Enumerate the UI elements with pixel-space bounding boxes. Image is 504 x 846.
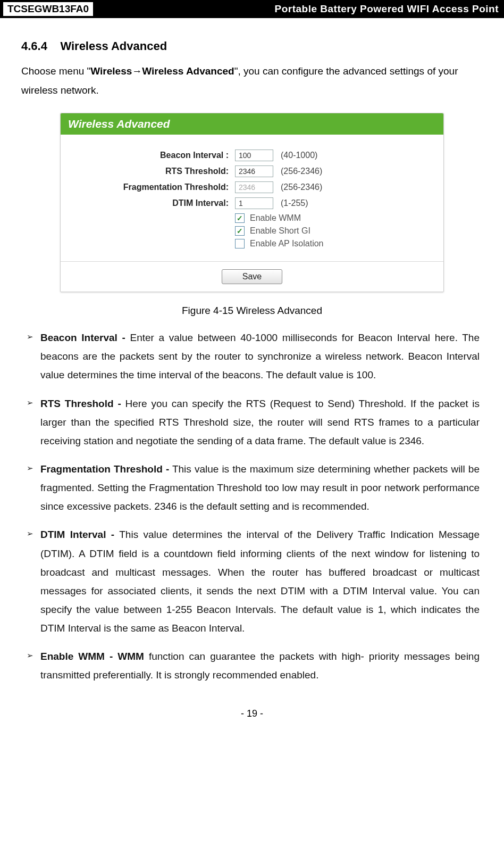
bullet-fragmentation-threshold: Fragmentation Threshold - This value is … xyxy=(24,460,480,516)
row-fragmentation-threshold: Fragmentation Threshold: (256-2346) xyxy=(69,181,435,193)
term-fragmentation-threshold: Fragmentation Threshold - xyxy=(40,463,169,475)
label-enable-ap-isolation: Enable AP Isolation xyxy=(250,239,323,248)
input-beacon-interval[interactable] xyxy=(235,150,273,161)
figure-caption: Figure 4-15 Wireless Advanced xyxy=(21,305,483,317)
section-number: 4.6.4 xyxy=(21,39,47,53)
checkbox-enable-short-gi[interactable] xyxy=(235,226,245,236)
checkbox-enable-wmm[interactable] xyxy=(235,213,245,223)
input-dtim-interval[interactable] xyxy=(235,197,273,209)
label-beacon-interval: Beacon Interval : xyxy=(69,151,235,160)
save-button[interactable]: Save xyxy=(222,269,282,284)
intro-paragraph: Choose menu "Wireless→Wireless Advanced"… xyxy=(21,62,483,100)
panel-header: Wireless Advanced xyxy=(61,113,443,135)
bullet-enable-wmm: Enable WMM - WMM function can guarantee … xyxy=(24,647,480,684)
text-dtim-interval: This value determines the interval of th… xyxy=(40,529,480,634)
bullet-rts-threshold: RTS Threshold - Here you can specify the… xyxy=(24,394,480,450)
section-heading: 4.6.4 Wireless Advanced xyxy=(21,39,483,53)
definition-list: Beacon Interval - Enter a value between … xyxy=(21,328,483,684)
hint-dtim-interval: (1-255) xyxy=(281,198,308,208)
label-fragmentation-threshold: Fragmentation Threshold: xyxy=(69,183,235,192)
row-enable-short-gi: Enable Short GI xyxy=(69,226,435,236)
intro-bold2: Wireless Advanced xyxy=(142,65,234,77)
intro-prefix: Choose menu " xyxy=(21,65,90,77)
term-dtim-interval: DTIM Interval - xyxy=(40,529,114,540)
input-rts-threshold[interactable] xyxy=(235,165,273,177)
document-header: TCSEGWB13FA0 Portable Battery Powered WI… xyxy=(0,0,504,18)
intro-bold1: Wireless xyxy=(90,65,132,77)
intro-arrow: → xyxy=(132,65,142,77)
input-fragmentation-threshold xyxy=(235,181,273,193)
label-rts-threshold: RTS Threshold: xyxy=(69,167,235,176)
panel-body: Beacon Interval : (40-1000) RTS Threshol… xyxy=(61,135,443,261)
row-beacon-interval: Beacon Interval : (40-1000) xyxy=(69,150,435,161)
label-enable-short-gi: Enable Short GI xyxy=(250,226,310,236)
document-title: Portable Battery Powered WIFI Access Poi… xyxy=(274,3,499,15)
checkbox-enable-ap-isolation[interactable] xyxy=(235,239,245,248)
page-number: - 19 - xyxy=(21,708,483,719)
hint-rts-threshold: (256-2346) xyxy=(281,167,322,176)
panel-footer: Save xyxy=(61,261,443,292)
hint-beacon-interval: (40-1000) xyxy=(281,151,317,160)
model-number: TCSEGWB13FA0 xyxy=(3,2,93,16)
wireless-advanced-panel: Wireless Advanced Beacon Interval : (40-… xyxy=(60,113,444,292)
page-content: 4.6.4 Wireless Advanced Choose menu "Wir… xyxy=(0,18,504,741)
term-rts-threshold: RTS Threshold - xyxy=(40,398,121,409)
bullet-dtim-interval: DTIM Interval - This value determines th… xyxy=(24,525,480,637)
row-enable-wmm: Enable WMM xyxy=(69,213,435,223)
label-dtim-interval: DTIM Interval: xyxy=(69,198,235,208)
row-enable-ap-isolation: Enable AP Isolation xyxy=(69,239,435,248)
row-dtim-interval: DTIM Interval: (1-255) xyxy=(69,197,435,209)
term-beacon-interval: Beacon Interval - xyxy=(40,332,125,343)
term-enable-wmm: Enable WMM - WMM xyxy=(40,651,144,662)
label-enable-wmm: Enable WMM xyxy=(250,213,301,223)
hint-fragmentation-threshold: (256-2346) xyxy=(281,183,322,192)
row-rts-threshold: RTS Threshold: (256-2346) xyxy=(69,165,435,177)
bullet-beacon-interval: Beacon Interval - Enter a value between … xyxy=(24,328,480,384)
section-title: Wireless Advanced xyxy=(60,39,167,53)
